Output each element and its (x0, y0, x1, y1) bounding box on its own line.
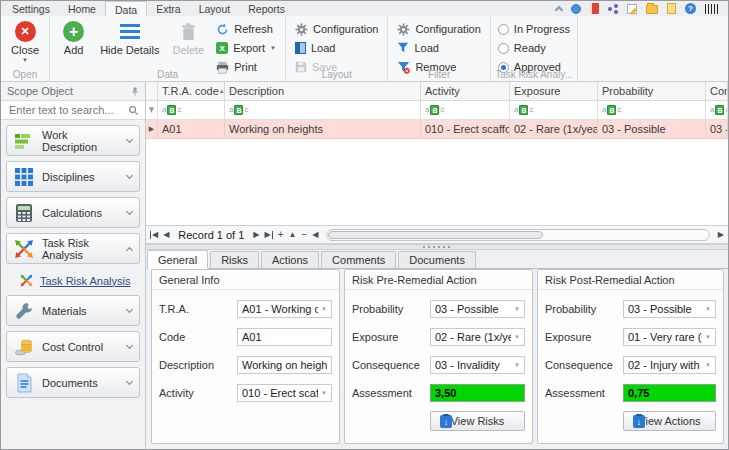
search-input[interactable] (7, 103, 128, 117)
tab-extra[interactable]: Extra (147, 1, 190, 16)
main-content: T.R.A. code▲ Description Activity Exposu… (146, 82, 728, 449)
activity-dropdown[interactable]: 010 - Erect scaffold▼ (237, 384, 332, 402)
filter-configuration-button[interactable]: Configuration (395, 21, 482, 37)
ribbon-group-open: ✕ Close ▼ Open (1, 16, 50, 81)
code-label: Code (159, 331, 237, 343)
scroll-right-icon[interactable]: ▶ (718, 231, 724, 239)
filter-cell-activity[interactable]: aBc (421, 101, 510, 120)
horizontal-scrollbar[interactable] (326, 229, 709, 241)
post-consequence-dropdown[interactable]: 02 - Injury with absence▼ (623, 356, 716, 374)
edit-icon[interactable] (627, 4, 637, 14)
layout-load-button[interactable]: Load (293, 40, 380, 56)
filter-cell-probability[interactable]: aBc (598, 101, 706, 120)
filter-row-indicator (146, 101, 158, 120)
view-actions-button[interactable]: ↓View Actions (623, 411, 716, 431)
refresh-button[interactable]: Refresh (214, 21, 278, 37)
filter-cell-tra-code[interactable]: aBc (158, 101, 225, 120)
folder-icon[interactable] (646, 5, 658, 14)
hide-details-button[interactable]: Hide Details (97, 19, 162, 58)
sidebar-item-work-description[interactable]: Work Description (6, 125, 140, 156)
tab-actions[interactable]: Actions (261, 251, 319, 268)
sidebar-item-disciplines[interactable]: Disciplines (6, 161, 140, 192)
sort-asc-icon: ▲ (219, 88, 225, 94)
cell-probability[interactable]: 03 - Possible (598, 120, 706, 139)
scrollbar-thumb[interactable] (328, 231, 543, 239)
radio-icon (498, 43, 509, 54)
tab-documents[interactable]: Documents (398, 251, 476, 268)
cell-activity[interactable]: 010 - Erect scaffold (421, 120, 510, 139)
tab-comments[interactable]: Comments (321, 251, 396, 268)
collapse-ribbon-icon[interactable] (555, 6, 563, 14)
code-field[interactable]: A01 (237, 328, 332, 346)
tab-reports[interactable]: Reports (239, 1, 294, 16)
append-record-icon[interactable]: + (278, 230, 284, 240)
notebook-icon[interactable] (590, 3, 599, 14)
radio-ready[interactable]: Ready (498, 40, 570, 56)
column-header-tra-code[interactable]: T.R.A. code▲ (158, 82, 225, 101)
sidebar-items: Work Description Disciplines Calculation… (1, 120, 145, 403)
edit-record-icon[interactable]: ▲ (289, 231, 297, 239)
tra-dropdown[interactable]: A01 - Working on heights▼ (237, 300, 332, 318)
abc-filter-icon: aBc (425, 105, 444, 115)
prev-record-icon[interactable]: ◀ (163, 231, 169, 239)
pre-assessment-value: 3,50 (430, 384, 525, 402)
close-button[interactable]: ✕ Close ▼ (8, 19, 42, 64)
description-field[interactable]: Working on heights (237, 356, 332, 374)
delete-record-icon[interactable]: − (301, 230, 307, 240)
add-icon: + (63, 21, 84, 42)
assessment-label: Assessment (352, 387, 430, 399)
search-icon[interactable] (128, 105, 139, 116)
sidebar-item-documents[interactable]: Documents (6, 367, 140, 398)
cell-consequence[interactable]: 03 - Invalidity (706, 120, 728, 139)
task-risk-analysis-link[interactable]: Task Risk Analysis (40, 275, 130, 287)
layout-configuration-button[interactable]: Configuration (293, 21, 380, 37)
column-header-consequence[interactable]: Consequence (706, 82, 728, 101)
column-header-exposure[interactable]: Exposure (510, 82, 598, 101)
column-header-probability[interactable]: Probability (598, 82, 706, 101)
pin-icon[interactable] (131, 86, 139, 97)
filter-cell-exposure[interactable]: aBc (510, 101, 598, 120)
filter-cell-description[interactable]: aBc (225, 101, 421, 120)
chevron-down-icon: ▼ (705, 362, 711, 368)
barcode-icon[interactable] (705, 4, 718, 14)
view-risks-button[interactable]: ↓View Risks (430, 411, 525, 431)
tab-data[interactable]: Data (105, 1, 147, 16)
next-record-icon[interactable]: ▶ (253, 231, 259, 239)
cell-exposure[interactable]: 02 - Rare (1x/year) (510, 120, 598, 139)
cell-description[interactable]: Working on heights (225, 120, 421, 139)
column-header-activity[interactable]: Activity (421, 82, 510, 101)
tab-general[interactable]: General (147, 250, 208, 269)
radio-in-progress[interactable]: In Progress (498, 21, 570, 37)
export-page-icon[interactable] (667, 3, 676, 14)
filter-load-button[interactable]: Load (395, 40, 482, 56)
column-header-description[interactable]: Description (225, 82, 421, 101)
help-icon[interactable]: ? (685, 3, 696, 14)
cell-tra-code[interactable]: A01 (158, 120, 225, 139)
pre-exposure-dropdown[interactable]: 02 - Rare (1x/year)▼ (430, 328, 525, 346)
group-title: General Info (152, 270, 339, 290)
sidebar-item-cost-control[interactable]: Cost Control (6, 331, 140, 362)
post-probability-dropdown[interactable]: 03 - Possible▼ (623, 300, 716, 318)
table-row[interactable]: ▶ A01 Working on heights 010 - Erect sca… (146, 120, 728, 139)
first-record-icon[interactable]: ◀ (150, 231, 158, 239)
sidebar-link-task-risk-analysis[interactable]: Task Risk Analysis (6, 269, 140, 290)
tab-layout[interactable]: Layout (190, 1, 240, 16)
post-exposure-dropdown[interactable]: 01 - Very rare (<1x/year)▼ (623, 328, 716, 346)
tab-home[interactable]: Home (59, 1, 105, 16)
scroll-left-icon[interactable]: ◀ (312, 231, 318, 239)
add-button[interactable]: + Add (57, 19, 90, 58)
tab-risks[interactable]: Risks (210, 251, 259, 268)
sidebar-item-task-risk-analysis[interactable]: Task Risk Analysis (6, 233, 140, 264)
sidebar-item-calculations[interactable]: Calculations (6, 197, 140, 228)
grid-filter-row: aBc aBc aBc aBc aBc aBc (146, 101, 728, 120)
share-icon[interactable] (608, 7, 612, 11)
export-button[interactable]: X Export ▼ (214, 40, 278, 56)
globe-icon[interactable] (571, 4, 581, 14)
pre-consequence-dropdown[interactable]: 03 - Invalidity▼ (430, 356, 525, 374)
delete-button[interactable]: Delete (169, 19, 207, 58)
filter-cell-consequence[interactable]: aBc (706, 101, 728, 120)
sidebar-item-materials[interactable]: Materials (6, 295, 140, 326)
tab-settings[interactable]: Settings (3, 1, 59, 16)
pre-probability-dropdown[interactable]: 03 - Possible▼ (430, 300, 525, 318)
last-record-icon[interactable]: ▶ (265, 231, 273, 239)
